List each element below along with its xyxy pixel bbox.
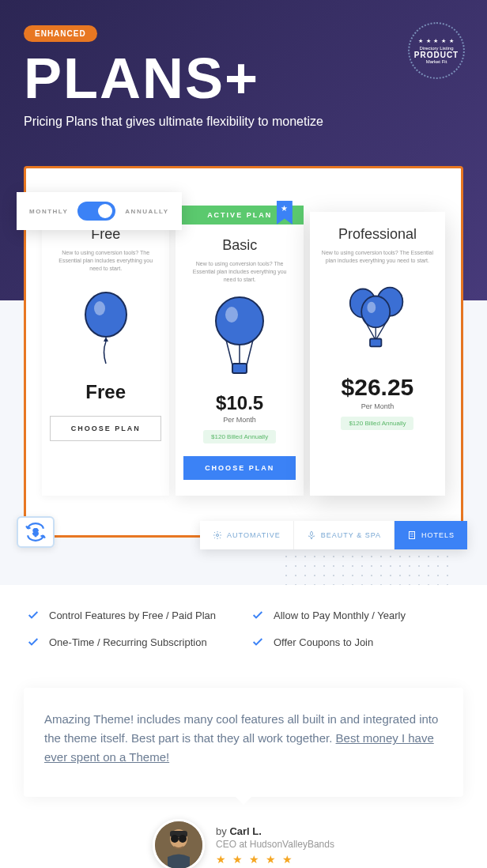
check-icon bbox=[27, 609, 40, 621]
testimonial-text: Amazing Theme! includes many cool featur… bbox=[44, 710, 443, 767]
svg-text:$: $ bbox=[33, 528, 38, 538]
seal-line2: PRODUCT bbox=[414, 51, 459, 59]
tab-label: HOTELS bbox=[421, 531, 455, 539]
tab-hotels[interactable]: HOTELS bbox=[395, 521, 467, 549]
balloon-bunch-icon bbox=[318, 277, 437, 364]
billing-toggle: MONTHLY ANNUALLY bbox=[17, 192, 182, 230]
features-grid: Control Features by Free / Paid Plan All… bbox=[27, 609, 460, 648]
plan-card-basic: ACTIVE PLAN Basic New to using conversio… bbox=[176, 212, 303, 496]
author-name: by Carl L. bbox=[216, 825, 334, 837]
plan-billed: $120 Billed Annually bbox=[203, 430, 276, 443]
spa-icon bbox=[307, 530, 316, 540]
svg-point-11 bbox=[217, 534, 219, 537]
plan-card-professional: Professional New to using conversion too… bbox=[310, 212, 445, 496]
page-title: PLANS+ bbox=[24, 50, 463, 107]
feature-item: Control Features by Free / Paid Plan bbox=[27, 609, 236, 621]
gear-icon bbox=[213, 530, 222, 540]
plan-price: $10.5 bbox=[183, 392, 295, 414]
pricing-showcase: MONTHLY ANNUALLY Free New to using conve… bbox=[24, 166, 463, 538]
svg-point-2 bbox=[216, 297, 263, 345]
author-info: by Carl L. CEO at HudsonValleyBands ★ ★ … bbox=[216, 825, 334, 866]
feature-text: One-Time / Recurring Subscription bbox=[49, 636, 207, 648]
svg-point-3 bbox=[225, 307, 238, 323]
svg-point-16 bbox=[171, 835, 179, 843]
plan-period: Per Month bbox=[183, 416, 295, 424]
balloon-icon bbox=[50, 285, 161, 372]
author-rating-stars: ★ ★ ★ ★ ★ bbox=[216, 853, 334, 866]
plan-description: New to using conversion tools? The Essen… bbox=[50, 249, 161, 272]
svg-rect-9 bbox=[370, 338, 381, 346]
category-tabs: AUTOMATIVE BEAUTY & SPA HOTELS bbox=[200, 521, 467, 549]
testimonial-author: by Carl L. CEO at HudsonValleyBands ★ ★ … bbox=[0, 819, 487, 868]
svg-point-17 bbox=[179, 835, 187, 843]
feature-item: Offer Coupons to Join bbox=[251, 636, 460, 648]
plan-billed: $120 Billed Annually bbox=[341, 417, 413, 430]
sync-dollar-icon: $ bbox=[17, 516, 55, 548]
avatar bbox=[153, 819, 205, 868]
svg-point-0 bbox=[85, 292, 126, 337]
plans-row: Free New to using conversion tools? The … bbox=[42, 212, 445, 496]
feature-text: Offer Coupons to Join bbox=[274, 636, 373, 648]
choose-plan-button[interactable]: CHOOSE PLAN bbox=[50, 416, 161, 441]
toggle-monthly-label[interactable]: MONTHLY bbox=[29, 208, 68, 215]
plan-card-free: Free New to using conversion tools? The … bbox=[42, 212, 169, 496]
testimonial-card: Amazing Theme! includes many cool featur… bbox=[24, 688, 463, 797]
feature-text: Allow to Pay Monthly / Yearly bbox=[274, 609, 406, 621]
tab-beauty-spa[interactable]: BEAUTY & SPA bbox=[294, 521, 395, 549]
feature-item: Allow to Pay Monthly / Yearly bbox=[251, 609, 460, 621]
svg-rect-12 bbox=[409, 532, 414, 539]
seal-stars: ★ ★ ★ ★ ★ bbox=[418, 38, 455, 44]
feature-item: One-Time / Recurring Subscription bbox=[27, 636, 236, 648]
choose-plan-button[interactable]: CHOOSE PLAN bbox=[183, 456, 295, 480]
plan-description: New to using conversion tools? The Essen… bbox=[183, 260, 295, 283]
tab-automative[interactable]: AUTOMATIVE bbox=[200, 521, 294, 549]
page-subtitle: Pricing Plans that gives ultimate flexib… bbox=[24, 115, 463, 129]
toggle-annually-label[interactable]: ANNUALLY bbox=[125, 208, 168, 215]
svg-point-8 bbox=[368, 301, 376, 312]
toggle-knob bbox=[98, 204, 112, 218]
svg-point-1 bbox=[94, 301, 105, 315]
seal-line3: Market Fit bbox=[426, 59, 447, 64]
plan-description: New to using conversion tools? The Essen… bbox=[318, 249, 437, 265]
building-icon bbox=[407, 530, 417, 540]
product-seal: ★ ★ ★ ★ ★ Directory Listing PRODUCT Mark… bbox=[408, 22, 465, 79]
plan-period: Per Month bbox=[318, 402, 437, 410]
toggle-switch[interactable] bbox=[77, 202, 115, 221]
feature-text: Control Features by Free / Paid Plan bbox=[49, 609, 216, 621]
tab-label: BEAUTY & SPA bbox=[321, 531, 381, 539]
author-role: CEO at HudsonValleyBands bbox=[216, 839, 334, 850]
plan-price: Free bbox=[50, 381, 161, 403]
check-icon bbox=[27, 636, 40, 648]
svg-rect-4 bbox=[232, 364, 247, 373]
check-icon bbox=[251, 636, 264, 648]
plan-name: Basic bbox=[183, 237, 295, 254]
check-icon bbox=[251, 609, 264, 621]
tab-label: AUTOMATIVE bbox=[227, 531, 281, 539]
plan-name: Professional bbox=[318, 226, 437, 243]
enhanced-badge: ENHANCED bbox=[24, 25, 97, 42]
hot-air-balloon-icon bbox=[183, 296, 295, 383]
pricing-showcase-wrapper: MONTHLY ANNUALLY Free New to using conve… bbox=[24, 166, 463, 538]
plan-price: $26.25 bbox=[318, 374, 437, 401]
